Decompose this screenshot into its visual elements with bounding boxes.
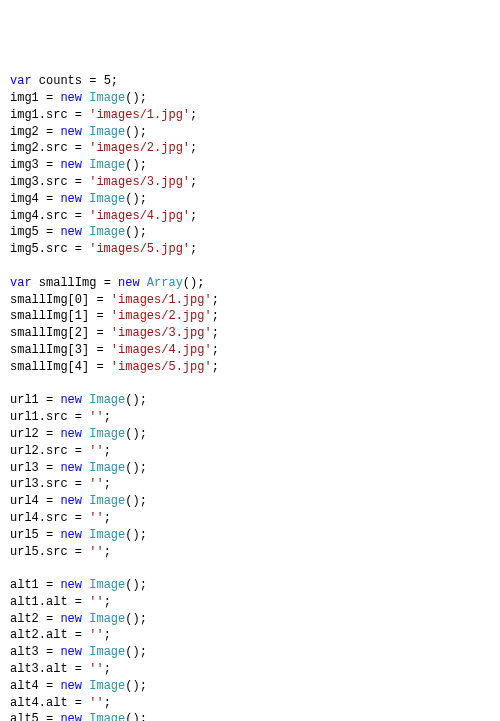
token-str: 'images/1.jpg' xyxy=(89,108,190,122)
token-type: Image xyxy=(89,91,125,105)
token-op: (); xyxy=(125,461,147,475)
code-line: img4 = new Image(); xyxy=(10,191,490,208)
token-id: img5 xyxy=(10,225,46,239)
code-line: alt2 = new Image(); xyxy=(10,611,490,628)
token-type: Image xyxy=(89,612,125,626)
code-line: var counts = 5; xyxy=(10,73,490,90)
code-line: url5.src = ''; xyxy=(10,544,490,561)
token-id: url1 xyxy=(10,393,46,407)
token-id: smallImg[ xyxy=(10,343,75,357)
token-op: = xyxy=(75,511,89,525)
token-op: (); xyxy=(125,712,147,721)
code-line: img4.src = 'images/4.jpg'; xyxy=(10,208,490,225)
token-id: smallImg[ xyxy=(10,309,75,323)
token-kw: new xyxy=(60,679,82,693)
token-op: ; xyxy=(190,209,197,223)
token-kw: new xyxy=(60,91,82,105)
token-id: alt1.alt xyxy=(10,595,75,609)
token-id: counts xyxy=(32,74,90,88)
code-line xyxy=(10,376,490,393)
token-op: = xyxy=(46,91,60,105)
token-id: smallImg xyxy=(32,276,104,290)
code-line: alt1.alt = ''; xyxy=(10,594,490,611)
token-id: url4.src xyxy=(10,511,75,525)
token-id: img2.src xyxy=(10,141,75,155)
token-op: ; xyxy=(190,175,197,189)
token-id: smallImg[ xyxy=(10,293,75,307)
token-kw: new xyxy=(60,578,82,592)
token-op: = xyxy=(75,209,89,223)
token-id: ] xyxy=(82,360,96,374)
token-op: (); xyxy=(125,225,147,239)
token-op: (); xyxy=(125,528,147,542)
token-op: ; xyxy=(190,108,197,122)
code-line: url2.src = ''; xyxy=(10,443,490,460)
token-op: ; xyxy=(104,662,111,676)
token-type: Image xyxy=(89,225,125,239)
code-line: url2 = new Image(); xyxy=(10,426,490,443)
token-kw: new xyxy=(60,158,82,172)
token-str: '' xyxy=(89,477,103,491)
token-num: 4 xyxy=(75,360,82,374)
token-op: = xyxy=(46,528,60,542)
token-num: 3 xyxy=(75,343,82,357)
token-str: '' xyxy=(89,511,103,525)
code-block: var counts = 5;img1 = new Image();img1.s… xyxy=(10,73,490,721)
token-id: img4.src xyxy=(10,209,75,223)
token-str: '' xyxy=(89,595,103,609)
token-id xyxy=(140,276,147,290)
token-type: Image xyxy=(89,461,125,475)
token-str: 'images/4.jpg' xyxy=(111,343,212,357)
token-op: = xyxy=(46,192,60,206)
token-op: = xyxy=(75,696,89,710)
token-op: = xyxy=(46,645,60,659)
code-line: url3 = new Image(); xyxy=(10,460,490,477)
token-id: url4 xyxy=(10,494,46,508)
token-id: alt2 xyxy=(10,612,46,626)
token-op: ; xyxy=(104,444,111,458)
token-op: = xyxy=(46,393,60,407)
token-op: (); xyxy=(125,679,147,693)
token-op: = xyxy=(75,444,89,458)
token-id: url1.src xyxy=(10,410,75,424)
token-op: ; xyxy=(104,511,111,525)
token-id: alt5 xyxy=(10,712,46,721)
token-type: Image xyxy=(89,192,125,206)
token-id: alt4.alt xyxy=(10,696,75,710)
token-op: = xyxy=(75,410,89,424)
code-line: url4 = new Image(); xyxy=(10,493,490,510)
code-line: smallImg[4] = 'images/5.jpg'; xyxy=(10,359,490,376)
token-id: ] xyxy=(82,326,96,340)
code-line: alt3.alt = ''; xyxy=(10,661,490,678)
token-kw: new xyxy=(60,461,82,475)
code-line: url5 = new Image(); xyxy=(10,527,490,544)
token-kw: new xyxy=(60,427,82,441)
token-type: Image xyxy=(89,125,125,139)
token-id: img1.src xyxy=(10,108,75,122)
token-id: ] xyxy=(82,343,96,357)
token-op: = xyxy=(46,612,60,626)
code-line: url1 = new Image(); xyxy=(10,392,490,409)
code-line: alt1 = new Image(); xyxy=(10,577,490,594)
token-op: ; xyxy=(104,628,111,642)
token-type: Image xyxy=(89,645,125,659)
token-op: ; xyxy=(104,545,111,559)
token-op: ; xyxy=(190,242,197,256)
token-op: ; xyxy=(212,326,219,340)
code-line: alt4.alt = ''; xyxy=(10,695,490,712)
token-op: = xyxy=(75,141,89,155)
code-line: url4.src = ''; xyxy=(10,510,490,527)
token-id: img1 xyxy=(10,91,46,105)
token-str: '' xyxy=(89,444,103,458)
token-kw: new xyxy=(118,276,140,290)
token-op: (); xyxy=(125,645,147,659)
code-line xyxy=(10,560,490,577)
code-line: alt2.alt = ''; xyxy=(10,627,490,644)
token-op: (); xyxy=(183,276,205,290)
token-op: ; xyxy=(104,595,111,609)
token-kw: new xyxy=(60,645,82,659)
token-op: = xyxy=(89,74,103,88)
token-str: 'images/2.jpg' xyxy=(111,309,212,323)
token-id: alt3 xyxy=(10,645,46,659)
token-op: = xyxy=(104,276,118,290)
